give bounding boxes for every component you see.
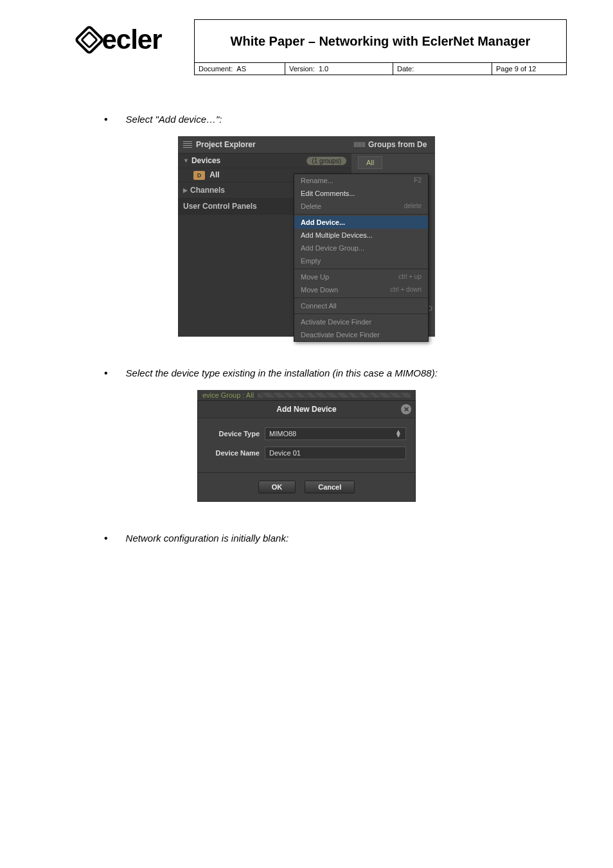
dialog-title-bar: Add New Device ✕ bbox=[198, 401, 415, 418]
bullet-dot: • bbox=[104, 368, 108, 378]
ctx-deactivate-finder[interactable]: Deactivate Device Finder bbox=[294, 328, 428, 341]
logo-icon bbox=[74, 24, 105, 55]
ctx-activate-finder[interactable]: Activate Device Finder bbox=[294, 315, 428, 328]
groups-panel-title: Groups from De bbox=[351, 136, 435, 154]
document-header: ecler White Paper – Networking with Ecle… bbox=[46, 19, 567, 63]
ctx-separator bbox=[294, 297, 428, 298]
logo-cell: ecler bbox=[46, 19, 194, 63]
bullet-3-text: Network configuration is initially blank… bbox=[126, 533, 289, 544]
expand-triangle-icon: ▼ bbox=[183, 157, 189, 164]
ok-button[interactable]: OK bbox=[258, 481, 296, 493]
grip-pattern bbox=[258, 393, 411, 398]
tree-devices-row[interactable]: ▼ Devices (1 groups) bbox=[178, 154, 351, 168]
screenshot-project-explorer: Project Explorer ▼ Devices (1 groups) D … bbox=[178, 136, 435, 337]
ctx-move-down[interactable]: Move Down ctrl + down bbox=[294, 283, 428, 296]
add-device-dialog: Add New Device ✕ Device Type MIMO88 ▲▼ D… bbox=[197, 400, 416, 502]
meta-date: Date: bbox=[393, 63, 492, 75]
device-name-row: Device Name Device 01 bbox=[207, 447, 406, 459]
groups-count-badge: (1 groups) bbox=[306, 157, 346, 165]
all-tab[interactable]: All bbox=[358, 156, 382, 169]
device-type-select[interactable]: MIMO88 ▲▼ bbox=[265, 427, 406, 440]
context-menu: Rename... F2 Edit Comments... Delete del… bbox=[294, 173, 429, 342]
device-name-input[interactable]: Device 01 bbox=[265, 447, 406, 459]
panel-grip-icon bbox=[183, 141, 192, 148]
ecler-logo: ecler bbox=[78, 24, 161, 55]
ctx-add-device[interactable]: Add Device... bbox=[294, 216, 428, 229]
device-name-label: Device Name bbox=[207, 449, 265, 457]
ctx-delete[interactable]: Delete delete bbox=[294, 200, 428, 213]
device-type-row: Device Type MIMO88 ▲▼ bbox=[207, 427, 406, 440]
logo-text: ecler bbox=[102, 24, 161, 55]
meta-version: Version: 1.0 bbox=[285, 63, 393, 75]
bullet-2-text: Select the device type existing in the i… bbox=[126, 368, 438, 378]
bullet-1: • Select "Add device…": bbox=[104, 114, 567, 125]
cancel-button[interactable]: Cancel bbox=[305, 481, 355, 493]
ctx-move-up[interactable]: Move Up ctrl + up bbox=[294, 270, 428, 283]
dialog-body: Device Type MIMO88 ▲▼ Device Name Device… bbox=[198, 418, 415, 472]
bullet-dot: • bbox=[104, 533, 108, 544]
ctx-rename[interactable]: Rename... F2 bbox=[294, 174, 428, 187]
dialog-buttons: OK Cancel bbox=[198, 472, 415, 501]
ctx-separator bbox=[294, 214, 428, 215]
document-meta-row: Document: AS Version: 1.0 Date: Page 9 o… bbox=[194, 63, 567, 75]
bullet-2: • Select the device type existing in the… bbox=[104, 368, 567, 378]
dialog-breadcrumb: evice Group : All bbox=[197, 390, 416, 400]
ctx-connect-all[interactable]: Connect All bbox=[294, 299, 428, 312]
ctx-separator bbox=[294, 269, 428, 269]
folder-icon: D bbox=[193, 171, 205, 180]
meta-page: Page 9 of 12 bbox=[492, 63, 567, 75]
meta-document: Document: AS bbox=[194, 63, 285, 75]
bullet-3: • Network configuration is initially bla… bbox=[104, 533, 567, 544]
close-icon[interactable]: ✕ bbox=[401, 404, 411, 414]
bullet-1-text: Select "Add device…": bbox=[126, 114, 222, 125]
ctx-add-group[interactable]: Add Device Group... bbox=[294, 242, 428, 254]
screenshot-add-device-dialog: evice Group : All Add New Device ✕ Devic… bbox=[197, 390, 416, 502]
device-type-label: Device Type bbox=[207, 430, 265, 438]
ctx-edit-comments[interactable]: Edit Comments... bbox=[294, 187, 428, 200]
ctx-add-multiple[interactable]: Add Multiple Devices... bbox=[294, 229, 428, 242]
document-title: White Paper – Networking with EclerNet M… bbox=[194, 19, 567, 63]
ctx-separator bbox=[294, 314, 428, 314]
select-arrows-icon: ▲▼ bbox=[395, 430, 402, 438]
collapse-triangle-icon: ▶ bbox=[183, 187, 188, 193]
panel-grip-icon bbox=[354, 142, 366, 147]
bullet-dot: • bbox=[104, 114, 108, 125]
dialog-title: Add New Device bbox=[276, 405, 336, 414]
ctx-empty[interactable]: Empty bbox=[294, 254, 428, 267]
project-explorer-title: Project Explorer bbox=[178, 136, 351, 154]
